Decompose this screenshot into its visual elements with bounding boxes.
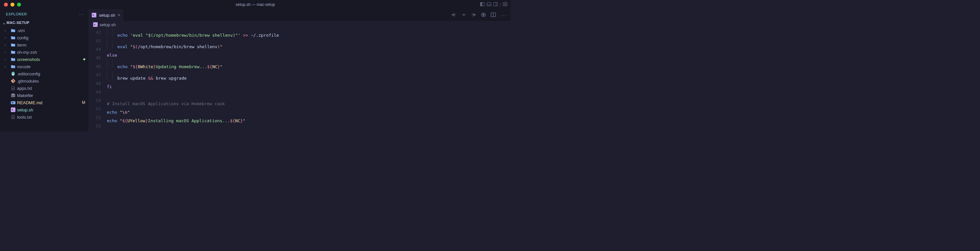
run-icon[interactable] [481, 12, 486, 18]
folder-icon [11, 64, 16, 69]
tree-file[interactable]: .editorconfig [0, 70, 89, 77]
titlebar: setup.sh — mac-setup | [0, 0, 511, 9]
chevron-right-icon: › [5, 65, 9, 68]
folder-icon [11, 28, 16, 33]
code-content[interactable]: echo 'eval "$(/opt/homebrew/bin/brew she… [107, 28, 511, 132]
tree-folder[interactable]: ›vscode [0, 63, 89, 70]
vscode-window: setup.sh — mac-setup | EXPLORER ··· ⌄ MA… [0, 0, 511, 132]
line-number: 43 [89, 37, 101, 45]
compare-dot-icon[interactable] [461, 12, 466, 18]
chevron-right-icon: › [5, 50, 9, 54]
code-line[interactable]: brew update && brew upgrade [107, 71, 511, 83]
breadcrumb-file: setup.sh [100, 22, 116, 27]
close-button[interactable] [4, 3, 8, 6]
sidebar: EXPLORER ··· ⌄ MAC-SETUP ›.vim›config›it… [0, 9, 89, 132]
file-icon [11, 93, 16, 98]
window-title: setup.sh — mac-setup [235, 2, 275, 7]
chevron-down-icon: ⌄ [1, 20, 6, 25]
compare-next-icon[interactable] [471, 12, 476, 18]
git-status-letter: M [82, 100, 85, 105]
tree-item-label: README.md [17, 100, 81, 105]
line-number: 45 [89, 54, 101, 62]
tree-file[interactable]: M↓README.mdM [0, 99, 89, 106]
tab-label: setup.sh [99, 13, 115, 18]
tree-item-label: vscode [17, 64, 89, 69]
panel-left-icon[interactable] [480, 2, 485, 8]
code-line[interactable] [107, 91, 511, 100]
tree-folder[interactable]: ›screenshots [0, 56, 89, 63]
code-line[interactable]: fi [107, 83, 511, 91]
svg-point-21 [475, 14, 476, 15]
folder-section-header[interactable]: ⌄ MAC-SETUP [0, 19, 89, 26]
layout-grid-icon[interactable] [503, 2, 508, 8]
tree-item-label: iterm [17, 43, 89, 48]
editor-more-icon[interactable]: ··· [501, 13, 507, 18]
chevron-right-icon: › [5, 57, 9, 61]
minimize-button[interactable] [11, 3, 14, 6]
svg-point-20 [463, 14, 465, 15]
breadcrumb[interactable]: >_ setup.sh [89, 21, 511, 28]
tree-item-label: Makefile [17, 93, 89, 98]
folder-icon [11, 57, 16, 62]
tab-setup-sh[interactable]: >_ setup.sh × [89, 9, 124, 21]
code-editor[interactable]: 424344454647484950515253 echo 'eval "$(/… [89, 28, 511, 132]
tree-file[interactable]: .gitmodules [0, 77, 89, 84]
tree-file[interactable]: Makefile [0, 92, 89, 99]
svg-point-15 [13, 95, 14, 96]
tree-file[interactable]: apps.txt [0, 84, 89, 92]
panel-bottom-icon[interactable] [487, 2, 491, 8]
tree-item-label: tools.txt [17, 115, 89, 119]
divider: | [500, 2, 501, 8]
line-number: 42 [89, 28, 101, 37]
code-line[interactable]: echo "\n" [107, 108, 511, 117]
code-line[interactable]: echo "${BWhite}Updating Homebrew...${NC}… [107, 60, 511, 71]
traffic-lights [0, 3, 21, 6]
line-number: 51 [89, 105, 101, 113]
file-icon: M↓ [11, 100, 16, 105]
tabs-row: >_ setup.sh × ··· [89, 9, 511, 21]
chevron-right-icon: › [5, 29, 9, 32]
code-line[interactable]: eval "$(/opt/homebrew/bin/brew shellenv)… [107, 40, 511, 51]
tree-item-label: screenshots [17, 57, 82, 62]
line-number: 50 [89, 96, 101, 105]
line-number: 49 [89, 88, 101, 96]
file-tree: ›.vim›config›iterm›oh-my-zsh›screenshots… [0, 26, 89, 121]
compare-prev-icon[interactable] [451, 12, 457, 18]
line-number: 44 [89, 45, 101, 54]
tree-item-label: oh-my-zsh [17, 50, 89, 55]
terminal-icon: >_ [93, 22, 98, 27]
code-line[interactable]: else [107, 51, 511, 60]
editor-area: >_ setup.sh × ··· >_ setup.sh 4243 [89, 9, 511, 132]
line-gutter: 424344454647484950515253 [89, 28, 107, 132]
tab-close-icon[interactable]: × [118, 13, 120, 18]
titlebar-layout-controls: | [480, 2, 511, 8]
file-icon [11, 78, 16, 84]
tree-folder[interactable]: ›.vim [0, 27, 89, 34]
folder-section-label: MAC-SETUP [6, 21, 30, 25]
code-line[interactable]: echo "${UYellow}Installing macOS Applica… [107, 117, 511, 125]
tree-folder[interactable]: ›config [0, 34, 89, 41]
tree-file[interactable]: >_setup.sh [0, 106, 89, 113]
tree-folder[interactable]: ›oh-my-zsh [0, 49, 89, 56]
maximize-button[interactable] [17, 3, 21, 6]
folder-icon [11, 35, 16, 40]
tree-item-label: .gitmodules [17, 79, 89, 84]
tree-item-label: config [17, 35, 89, 40]
line-number: 52 [89, 113, 101, 122]
folder-icon [11, 42, 16, 48]
code-line[interactable] [107, 125, 511, 132]
explorer-more-icon[interactable]: ··· [79, 11, 84, 17]
svg-rect-2 [480, 2, 482, 6]
tree-file[interactable]: tools.txt [0, 113, 89, 121]
tree-folder[interactable]: ›iterm [0, 41, 89, 49]
explorer-label: EXPLORER [6, 12, 27, 16]
code-line[interactable]: echo 'eval "$(/opt/homebrew/bin/brew she… [107, 28, 511, 40]
tree-item-label: apps.txt [17, 86, 89, 91]
svg-point-14 [12, 95, 13, 96]
tree-item-label: setup.sh [17, 108, 89, 113]
chevron-right-icon: › [5, 43, 9, 47]
panel-right-icon[interactable] [493, 2, 498, 8]
code-line[interactable]: # Install macOS Applications via Homebre… [107, 100, 511, 108]
split-editor-icon[interactable] [491, 12, 496, 18]
file-icon [11, 71, 16, 76]
